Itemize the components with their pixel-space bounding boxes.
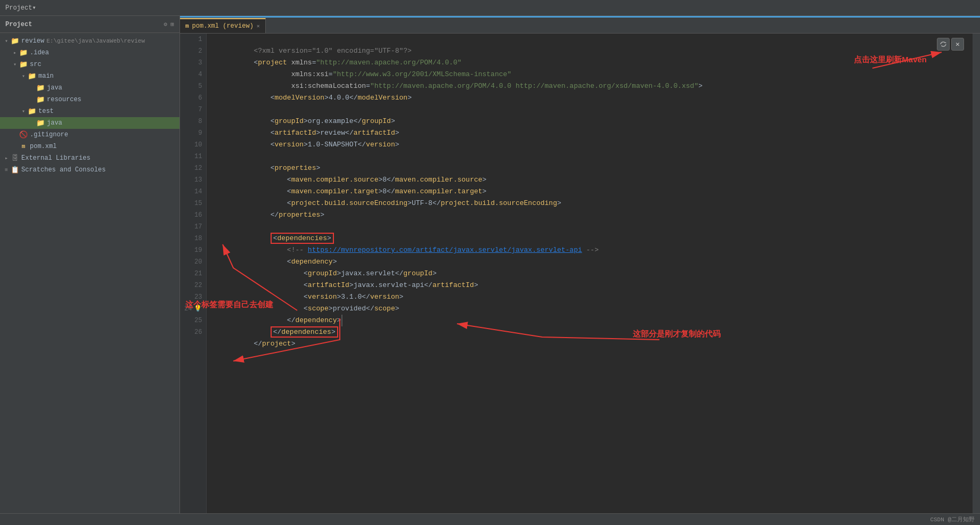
tree-label-java-main: java <box>47 84 62 92</box>
ext-libs-icon: 🗄 <box>11 154 19 162</box>
ln-9: 9 <box>184 127 202 139</box>
ln-10: 10 <box>184 139 202 151</box>
tree-item-idea[interactable]: ▸ 📁 .idea <box>0 47 179 59</box>
tree-arrow-test: ▾ <box>19 107 28 116</box>
tab-bar: m pom.xml (review) ✕ <box>180 18 980 34</box>
scratches-icon: 📋 <box>11 166 19 174</box>
ln-18: 18 <box>184 233 202 244</box>
folder-icon-review: 📁 <box>11 37 19 45</box>
tree-arrow-ext: ▸ <box>2 154 11 162</box>
tree-item-gitignore[interactable]: ▸ 🚫 .gitignore <box>0 129 179 141</box>
ln-7: 7 <box>184 104 202 116</box>
xml-header-comment: <?xml version="1.0" encoding="UTF-8"?> <box>254 47 411 55</box>
title-bar-chevron: ▾ <box>32 4 36 12</box>
folder-icon-src: 📁 <box>19 60 28 69</box>
folder-icon-java-test: 📁 <box>36 119 45 127</box>
ln-17: 17 <box>184 221 202 233</box>
tree-arrow-main: ▾ <box>19 72 28 80</box>
tab-label-pom: pom.xml (review) <box>192 22 254 30</box>
sidebar-title: Project <box>5 21 32 28</box>
file-tree: ▾ 📁 review E:\gitee\java\JavaWeb\review … <box>0 33 179 513</box>
tree-item-scratches[interactable]: ≡ 📋 Scratches and Consoles <box>0 164 179 176</box>
bottom-bar: CSDN @二月知野 <box>0 513 980 525</box>
ln-4: 4 <box>184 69 202 80</box>
ln-11: 11 <box>184 151 202 162</box>
tree-label-java-test: java <box>47 119 62 127</box>
tree-item-java-test[interactable]: ▸ 📁 java <box>0 117 179 129</box>
code-line-1: <?xml version="1.0" encoding="UTF-8"?> <box>212 34 975 45</box>
folder-icon-test: 📁 <box>28 107 36 116</box>
dependencies-highlight: <dependencies> <box>271 233 334 244</box>
folder-icon-java: 📁 <box>36 84 45 92</box>
tree-item-src[interactable]: ▾ 📁 src <box>0 59 179 70</box>
tree-item-java-main[interactable]: ▸ 📁 java <box>0 82 179 94</box>
ln-25: 25 <box>184 315 202 326</box>
tree-label-test: test <box>38 108 54 115</box>
xml-icon: m <box>19 142 28 151</box>
code-line-16 <box>212 209 975 221</box>
tree-label-main: main <box>38 72 54 80</box>
ln-16: 16 <box>184 209 202 221</box>
ln-26: 26 <box>184 326 202 338</box>
tree-item-ext-libs[interactable]: ▸ 🗄 External Libraries <box>0 152 179 164</box>
title-bar: Project ▾ <box>0 0 980 16</box>
tree-arrow-java-test: ▸ <box>28 119 36 127</box>
tree-arrow-scratches: ≡ <box>2 166 11 174</box>
tree-label-src: src <box>30 61 42 68</box>
sidebar-header: Project ⚙ ⊞ <box>0 16 179 33</box>
code-line-11: <properties> <box>212 151 975 162</box>
main-layout: Project ⚙ ⊞ ▾ 📁 review E:\gitee\java\Jav… <box>0 16 980 513</box>
ln-12: 12 <box>184 162 202 174</box>
tree-arrow-idea: ▸ <box>11 48 19 57</box>
tree-path-review: E:\gitee\java\JavaWeb\review <box>46 38 145 44</box>
tree-label-review: review <box>21 37 44 45</box>
code-line-17: <dependencies> <box>212 221 975 233</box>
folder-icon-idea: 📁 <box>19 48 28 57</box>
tree-label-gitignore: .gitignore <box>30 131 68 138</box>
tree-arrow-src: ▾ <box>11 60 19 69</box>
code-line-12: <maven.compiler.source>8</maven.compiler… <box>212 162 975 174</box>
tree-label-resources: resources <box>47 96 81 103</box>
tree-item-review[interactable]: ▾ 📁 review E:\gitee\java\JavaWeb\review <box>0 35 179 47</box>
tab-close-pom[interactable]: ✕ <box>257 23 260 29</box>
folder-icon-main: 📁 <box>28 72 36 80</box>
sidebar: Project ⚙ ⊞ ▾ 📁 review E:\gitee\java\Jav… <box>0 16 180 513</box>
tree-item-test[interactable]: ▾ 📁 test <box>0 105 179 117</box>
ln-19: 19 <box>184 244 202 256</box>
tree-arrow-review: ▾ <box>2 37 11 45</box>
code-editor[interactable]: 1 2 3 4 5 6 7 8 9 10 11 12 13 14 15 16 1… <box>180 34 980 513</box>
tab-icon-pom: m <box>185 23 189 29</box>
tree-item-pom[interactable]: ▸ m pom.xml <box>0 141 179 152</box>
end-dependencies-highlight: </dependencies> <box>271 326 338 338</box>
ln-1: 1 <box>184 34 202 45</box>
code-line-7: <groupId>org.example</groupId> <box>212 104 975 116</box>
tree-arrow-java-main: ▸ <box>28 84 36 92</box>
code-content: <?xml version="1.0" encoding="UTF-8"?> <… <box>207 34 980 513</box>
ln-14: 14 <box>184 186 202 198</box>
title-bar-text: Project <box>5 4 32 12</box>
bottom-bar-text: CSDN @二月知野 <box>930 515 975 523</box>
ln-23: 23 <box>184 291 202 303</box>
line-numbers: 1 2 3 4 5 6 7 8 9 10 11 12 13 14 15 16 1… <box>180 34 207 513</box>
tree-item-resources[interactable]: ▸ 📁 resources <box>0 94 179 105</box>
ln-2: 2 <box>184 45 202 57</box>
ln-21: 21 <box>184 268 202 280</box>
tree-label-idea: .idea <box>30 49 49 56</box>
ln-22: 22 <box>184 280 202 291</box>
tree-arrow-gitignore: ▸ <box>11 130 19 139</box>
ln-13: 13 <box>184 174 202 186</box>
tree-item-main[interactable]: ▾ 📁 main <box>0 70 179 82</box>
ln-5: 5 <box>184 80 202 92</box>
folder-icon-resources: 📁 <box>36 95 45 104</box>
ln-3: 3 <box>184 57 202 69</box>
tab-pom-xml[interactable]: m pom.xml (review) ✕ <box>180 18 266 33</box>
ln-24: 24💡 <box>184 303 202 315</box>
tree-arrow-pom: ▸ <box>11 142 19 151</box>
gitignore-icon: 🚫 <box>19 130 28 139</box>
tree-arrow-resources: ▸ <box>28 95 36 104</box>
ln-6: 6 <box>184 92 202 104</box>
tree-label-scratches: Scratches and Consoles <box>21 166 105 174</box>
ln-20: 20 <box>184 256 202 268</box>
scrollbar[interactable] <box>973 34 980 513</box>
ln-8: 8 <box>184 116 202 127</box>
